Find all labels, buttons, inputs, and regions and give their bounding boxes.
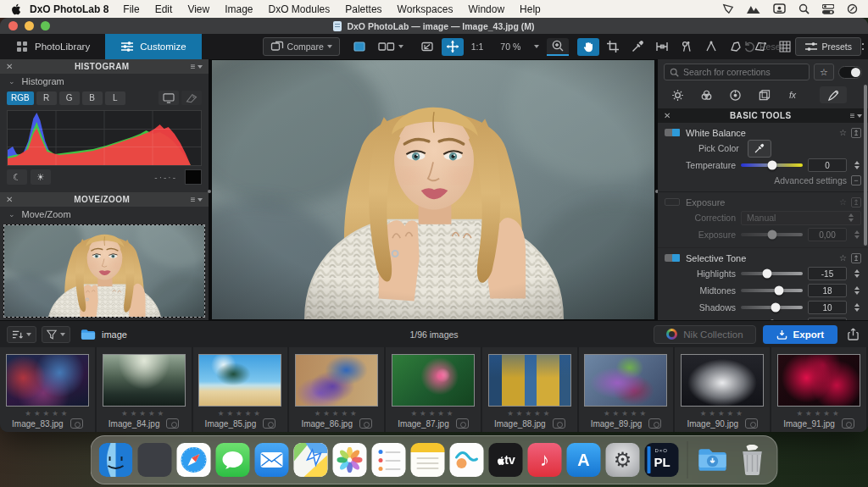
thumbnail-image[interactable] <box>6 354 89 407</box>
highlights-value[interactable]: -15 <box>808 267 847 280</box>
dock-appletv-icon[interactable]: tv <box>489 443 523 477</box>
palette-menu-icon[interactable]: ≡ <box>191 195 203 204</box>
control-center-icon[interactable] <box>822 4 834 14</box>
channel-rgb-button[interactable]: RGB <box>7 91 34 105</box>
midtones-stepper[interactable] <box>852 286 861 295</box>
favorite-star-icon[interactable]: ☆ <box>839 197 847 207</box>
color-picker-tool[interactable] <box>626 38 648 56</box>
thumbnail-image[interactable] <box>392 354 475 407</box>
navigator-thumbnail[interactable] <box>3 224 205 318</box>
dock-notes-icon[interactable] <box>411 443 445 477</box>
dock-freeform-icon[interactable] <box>450 443 484 477</box>
menu-view[interactable]: View <box>180 3 217 15</box>
spotlight-icon[interactable] <box>798 3 810 14</box>
thumbnail-image[interactable] <box>295 354 378 407</box>
temperature-value[interactable]: 0 <box>808 158 847 172</box>
star-rating[interactable]: ★★★★★ <box>410 409 455 418</box>
filmstrip-item[interactable]: ★★★★★ Image_83.jpg <box>0 347 97 432</box>
close-icon[interactable]: ✕ <box>6 62 14 71</box>
palette-menu-icon[interactable]: ≡ <box>850 111 862 120</box>
thumbnail-image[interactable] <box>584 354 667 407</box>
close-window-button[interactable] <box>8 21 18 30</box>
temperature-stepper[interactable] <box>852 161 861 169</box>
exposure-value[interactable]: 0,00 <box>808 228 847 241</box>
collapse-icon[interactable]: − <box>851 175 861 185</box>
correction-mode-dropdown[interactable]: Manual <box>741 211 861 225</box>
channel-g-button[interactable]: G <box>59 91 80 105</box>
favorite-star-icon[interactable]: ☆ <box>839 128 847 137</box>
window-title-bar[interactable]: DxO PhotoLab — image — Image_43.jpg (M) <box>0 18 868 34</box>
menu-image[interactable]: Image <box>217 3 260 15</box>
presets-button[interactable]: Presets <box>795 37 861 56</box>
export-button[interactable]: Export <box>763 325 837 344</box>
move-view-button[interactable] <box>442 38 464 56</box>
menu-dxo-modules[interactable]: DxO Modules <box>261 3 338 15</box>
menu-workspaces[interactable]: Workspaces <box>390 3 461 15</box>
thumbnail-image[interactable] <box>103 354 186 407</box>
search-input[interactable] <box>683 67 804 77</box>
fit-screen-button[interactable] <box>416 38 438 56</box>
star-rating[interactable]: ★★★★★ <box>25 409 70 418</box>
exposure-slider-knob[interactable] <box>767 230 776 240</box>
zoom-in-button[interactable] <box>547 38 569 56</box>
thumbnail-image[interactable] <box>198 354 281 407</box>
movezoom-section-row[interactable]: ⌄ Move/Zoom <box>0 207 209 222</box>
filmstrip-item[interactable]: ★★★★★ Image_86.jpg <box>289 347 386 432</box>
menu-palettes[interactable]: Palettes <box>337 3 389 15</box>
favorite-star-icon[interactable]: ☆ <box>839 253 847 263</box>
highlights-stepper[interactable] <box>852 269 861 278</box>
compare-button[interactable]: Compare <box>263 37 340 56</box>
apple-logo-icon[interactable] <box>10 3 21 15</box>
filmstrip-item[interactable]: ★★★★★ Image_88.jpg <box>482 347 579 432</box>
thumbnail-image[interactable] <box>777 354 860 407</box>
temperature-slider-knob[interactable] <box>767 161 776 170</box>
midtones-slider[interactable] <box>741 289 803 292</box>
image-viewer[interactable] <box>210 59 656 320</box>
crop-tool[interactable] <box>602 38 624 56</box>
shadows-value[interactable]: 10 <box>808 301 847 314</box>
single-view-button[interactable] <box>348 38 370 56</box>
dock-mail-icon[interactable] <box>255 443 289 477</box>
horizon-tool[interactable] <box>651 38 673 56</box>
histogram-section-row[interactable]: ⌄ Histogram <box>0 74 209 89</box>
zoom-level-dropdown[interactable]: 70 % <box>496 38 543 56</box>
light-category-button[interactable] <box>664 86 691 103</box>
white-balance-checkbox[interactable] <box>665 129 680 136</box>
dock-appstore-icon[interactable]: A <box>567 443 601 477</box>
dock-downloads-folder-icon[interactable] <box>697 443 731 477</box>
detail-category-button[interactable] <box>721 86 748 103</box>
split-view-button[interactable] <box>374 38 408 56</box>
mountains-icon[interactable] <box>747 4 760 14</box>
shadow-clipping-button[interactable]: ☾ <box>7 169 27 185</box>
menu-window[interactable]: Window <box>460 3 512 15</box>
filmstrip-item[interactable]: ★★★★★ Image_89.jpg <box>579 347 676 432</box>
shadows-slider-knob[interactable] <box>771 303 780 313</box>
dock-photos-icon[interactable] <box>333 443 367 477</box>
filmstrip-item[interactable]: ★★★★★ Image_84.jpg <box>97 347 193 432</box>
histogram-palette-header[interactable]: ✕ HISTOGRAM ≡ <box>0 59 209 74</box>
filmstrip-item[interactable]: ★★★★★ Image_85.jpg <box>193 347 290 432</box>
star-rating[interactable]: ★★★★★ <box>507 409 552 418</box>
exposure-checkbox[interactable] <box>665 198 680 206</box>
palette-menu-icon[interactable]: ≡ <box>191 62 203 71</box>
star-rating[interactable]: ★★★★★ <box>604 409 648 418</box>
ratio-1-1-button[interactable]: 1:1 <box>467 38 488 56</box>
reset-correction-icon[interactable]: ↥ <box>851 128 861 138</box>
close-icon[interactable]: ✕ <box>6 195 14 204</box>
nik-collection-button[interactable]: Nik Collection <box>654 325 755 344</box>
display-mirroring-icon[interactable] <box>773 3 786 14</box>
shadows-stepper[interactable] <box>852 303 861 312</box>
color-category-button[interactable] <box>693 86 720 103</box>
zoom-window-button[interactable] <box>41 21 50 30</box>
advanced-settings-link[interactable]: Advanced settings <box>774 175 847 185</box>
close-icon[interactable]: ✕ <box>664 111 671 120</box>
star-rating[interactable]: ★★★★★ <box>121 409 166 418</box>
reset-button[interactable]: Reset <box>738 38 787 56</box>
tab-photolibrary[interactable]: PhotoLibrary <box>0 34 105 59</box>
channel-l-button[interactable]: L <box>105 91 125 105</box>
search-box[interactable] <box>664 64 810 80</box>
temperature-slider[interactable] <box>741 163 803 167</box>
dock-finder-icon[interactable] <box>99 443 133 477</box>
highlights-slider-knob[interactable] <box>762 269 771 279</box>
menu-app-name[interactable]: DxO PhotoLab 8 <box>30 3 108 15</box>
